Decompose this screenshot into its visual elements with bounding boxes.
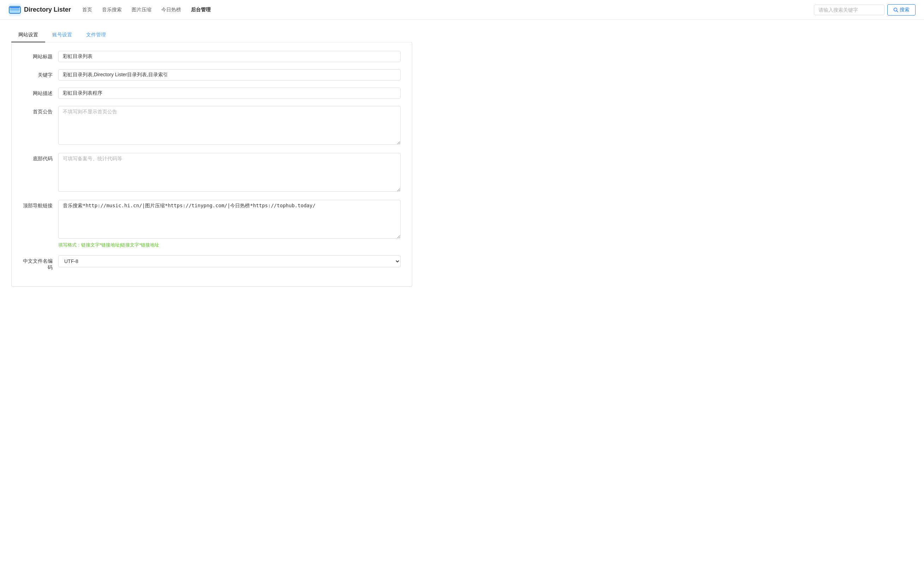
tab-file-management[interactable]: 文件管理	[79, 28, 113, 42]
settings-form-card: 网站标题 关键字 网站描述 首页公告 底	[11, 42, 412, 287]
search-btn-label: 搜索	[900, 7, 909, 13]
footer-code-label: 底部代码	[23, 153, 58, 162]
nav-item-music[interactable]: 音乐搜索	[102, 5, 122, 15]
nav-links-hint: 填写格式：链接文字*链接地址|链接文字*链接地址	[58, 242, 400, 248]
site-title-label: 网站标题	[23, 51, 58, 60]
keywords-label: 关键字	[23, 69, 58, 78]
site-title-row: 网站标题	[23, 51, 400, 62]
search-area: 搜索	[814, 4, 916, 16]
main-content: 网站设置 账号设置 文件管理 网站标题 关键字 网站描述 首	[0, 20, 423, 295]
svg-rect-1	[10, 7, 20, 8]
nav-links-textarea[interactable]: 音乐搜索*http://music.hi.cn/|图片压缩*https://ti…	[58, 200, 400, 239]
tabs-bar: 网站设置 账号设置 文件管理	[11, 28, 412, 42]
encoding-label: 中文文件名编码	[23, 255, 58, 271]
nav-links-row: 顶部导航链接 音乐搜索*http://music.hi.cn/|图片压缩*htt…	[23, 200, 400, 248]
encoding-control: UTF-8 GBK GB2312	[58, 255, 400, 267]
logo-icon	[8, 3, 21, 16]
svg-line-6	[897, 11, 898, 12]
notice-textarea[interactable]	[58, 106, 400, 145]
footer-code-row: 底部代码	[23, 153, 400, 193]
site-title-control	[58, 51, 400, 62]
logo-title: Directory Lister	[24, 6, 71, 13]
header: Directory Lister 首页 音乐搜索 图片压缩 今日热榜 后台管理 …	[0, 0, 924, 20]
description-row: 网站描述	[23, 88, 400, 99]
main-nav: 首页 音乐搜索 图片压缩 今日热榜 后台管理	[82, 5, 814, 15]
nav-item-image[interactable]: 图片压缩	[132, 5, 151, 15]
nav-links-control: 音乐搜索*http://music.hi.cn/|图片压缩*https://ti…	[58, 200, 400, 248]
notice-control	[58, 106, 400, 146]
notice-row: 首页公告	[23, 106, 400, 146]
nav-item-home[interactable]: 首页	[82, 5, 92, 15]
footer-code-textarea[interactable]	[58, 153, 400, 192]
search-icon	[893, 7, 898, 12]
keywords-input[interactable]	[58, 69, 400, 81]
description-input[interactable]	[58, 88, 400, 99]
nav-item-admin[interactable]: 后台管理	[191, 5, 211, 15]
logo-area: Directory Lister	[8, 3, 71, 16]
encoding-select[interactable]: UTF-8 GBK GB2312	[58, 255, 400, 267]
footer-code-control	[58, 153, 400, 193]
svg-rect-2	[10, 9, 20, 11]
search-button[interactable]: 搜索	[887, 4, 916, 16]
tab-account-settings[interactable]: 账号设置	[45, 28, 79, 42]
search-input[interactable]	[814, 5, 885, 15]
site-title-input[interactable]	[58, 51, 400, 62]
svg-rect-3	[10, 11, 20, 13]
keywords-row: 关键字	[23, 69, 400, 81]
keywords-control	[58, 69, 400, 81]
tab-site-settings[interactable]: 网站设置	[11, 28, 45, 42]
description-label: 网站描述	[23, 88, 58, 97]
nav-item-hot[interactable]: 今日热榜	[161, 5, 181, 15]
notice-label: 首页公告	[23, 106, 58, 115]
nav-links-label: 顶部导航链接	[23, 200, 58, 209]
encoding-row: 中文文件名编码 UTF-8 GBK GB2312	[23, 255, 400, 271]
description-control	[58, 88, 400, 99]
